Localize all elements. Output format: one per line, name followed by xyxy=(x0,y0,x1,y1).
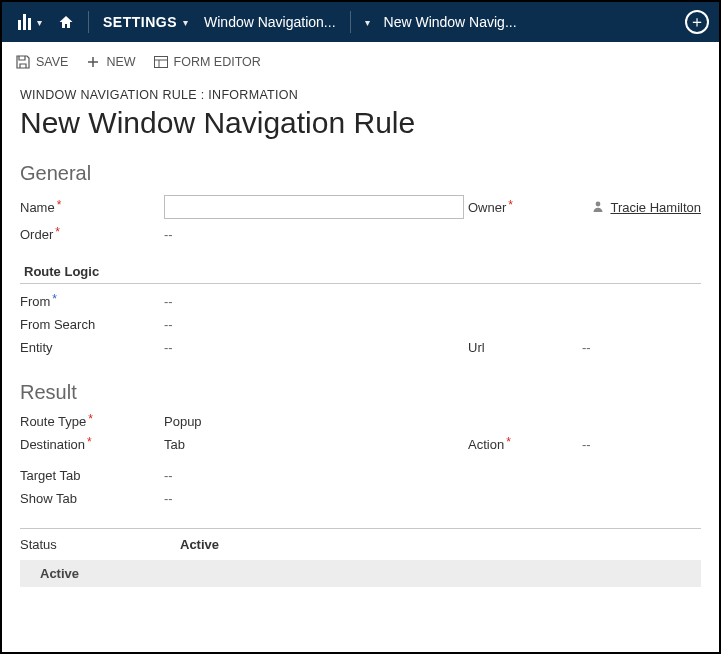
name-input[interactable] xyxy=(164,195,464,219)
target-tab-label: Target Tab xyxy=(20,468,160,483)
save-icon xyxy=(16,55,30,69)
svg-rect-0 xyxy=(154,56,167,67)
command-bar: SAVE NEW FORM EDITOR xyxy=(2,42,719,82)
destination-label: Destination xyxy=(20,437,160,452)
show-tab-label: Show Tab xyxy=(20,491,160,506)
home-icon xyxy=(58,14,74,30)
route-type-value[interactable]: Popup xyxy=(164,414,464,429)
save-label: SAVE xyxy=(36,55,68,69)
dynamics-logo-icon xyxy=(18,14,31,30)
breadcrumb-label: Window Navigation... xyxy=(204,14,336,30)
status-value: Active xyxy=(180,537,701,552)
plus-icon: ＋ xyxy=(689,12,705,33)
from-search-label: From Search xyxy=(20,317,160,332)
settings-label: SETTINGS xyxy=(103,14,177,30)
nav-separator xyxy=(350,11,351,33)
chevron-down-icon: ▾ xyxy=(37,17,42,28)
from-search-value[interactable]: -- xyxy=(164,317,464,332)
save-button[interactable]: SAVE xyxy=(16,55,68,69)
action-label: Action xyxy=(468,437,578,452)
route-type-label: Route Type xyxy=(20,414,160,429)
from-label: From xyxy=(20,294,160,309)
user-icon xyxy=(592,200,604,215)
show-tab-value[interactable]: -- xyxy=(164,491,464,506)
form-content: WINDOW NAVIGATION RULE : INFORMATION New… xyxy=(2,82,719,587)
form-editor-icon xyxy=(154,55,168,69)
svg-point-3 xyxy=(596,201,601,206)
url-label: Url xyxy=(468,340,578,355)
from-value[interactable]: -- xyxy=(164,294,464,309)
page-title: New Window Navigation Rule xyxy=(20,106,701,140)
section-route-logic: Route Logic xyxy=(20,260,701,284)
add-button[interactable]: ＋ xyxy=(685,10,709,34)
form-editor-label: FORM EDITOR xyxy=(174,55,261,69)
section-general: General xyxy=(20,162,701,185)
breadcrumb-new-window-navigation[interactable]: New Window Navig... xyxy=(378,2,523,42)
new-button[interactable]: NEW xyxy=(86,55,135,69)
status-block: Status Active Active xyxy=(20,528,701,587)
home-button[interactable] xyxy=(52,2,80,42)
name-label: Name xyxy=(20,200,160,215)
nav-separator xyxy=(88,11,89,33)
chevron-down-icon[interactable]: ▾ xyxy=(361,17,374,28)
owner-link[interactable]: Tracie Hamilton xyxy=(610,200,701,215)
status-sub-value: Active xyxy=(20,560,701,587)
record-type-crumb: WINDOW NAVIGATION RULE : INFORMATION xyxy=(20,88,701,102)
section-result: Result xyxy=(20,381,701,404)
order-value[interactable]: -- xyxy=(164,227,464,242)
owner-label: Owner xyxy=(468,200,578,215)
entity-label: Entity xyxy=(20,340,160,355)
top-navbar: ▾ SETTINGS ▾ Window Navigation... ▾ New … xyxy=(2,2,719,42)
status-label: Status xyxy=(20,537,180,552)
url-value[interactable]: -- xyxy=(582,340,701,355)
breadcrumb-window-navigation[interactable]: Window Navigation... xyxy=(198,2,342,42)
target-tab-value[interactable]: -- xyxy=(164,468,464,483)
action-value[interactable]: -- xyxy=(582,437,701,452)
destination-value[interactable]: Tab xyxy=(164,437,464,452)
order-label: Order xyxy=(20,227,160,242)
logo-button[interactable]: ▾ xyxy=(12,2,48,42)
settings-menu[interactable]: SETTINGS ▾ xyxy=(97,2,194,42)
chevron-down-icon: ▾ xyxy=(183,17,188,28)
form-editor-button[interactable]: FORM EDITOR xyxy=(154,55,261,69)
entity-value[interactable]: -- xyxy=(164,340,464,355)
plus-icon xyxy=(86,55,100,69)
breadcrumb-label: New Window Navig... xyxy=(384,14,517,30)
new-label: NEW xyxy=(106,55,135,69)
